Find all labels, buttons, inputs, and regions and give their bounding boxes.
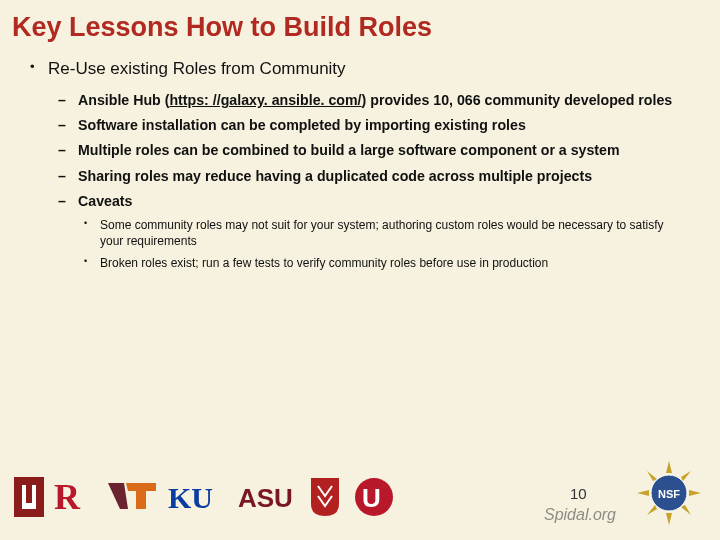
svg-text:ASU: ASU: [238, 483, 293, 513]
svg-text:U: U: [362, 483, 381, 513]
brand-label: Spidal.org: [544, 504, 616, 526]
bullet-l2-sharing: Sharing roles may reduce having a duplic…: [58, 167, 702, 186]
nsf-logo: NSF: [636, 460, 702, 530]
bullet-l3-not-suit: Some community roles may not suit for yo…: [84, 217, 674, 249]
svg-marker-12: [681, 471, 691, 481]
svg-marker-14: [647, 471, 657, 481]
text-pre: Ansible Hub (: [78, 92, 169, 108]
svg-marker-11: [689, 490, 701, 496]
rutgers-logo: R: [54, 475, 96, 519]
bullet-l2-combine-roles: Multiple roles can be combined to build …: [58, 141, 702, 160]
page-meta: 10 Spidal.org: [544, 483, 616, 526]
level3-list: Some community roles may not suit for yo…: [84, 217, 702, 272]
level2-list: Ansible Hub (https: //galaxy. ansible. c…: [58, 91, 702, 271]
text-post: ) provides 10, 066 community developed r…: [362, 92, 673, 108]
svg-text:NSF: NSF: [658, 488, 680, 500]
bullet-l2-software-install: Software installation can be completed b…: [58, 116, 702, 135]
stonybrook-logo: [308, 475, 342, 519]
iu-logo: [14, 475, 44, 519]
svg-marker-9: [666, 513, 672, 525]
page-number: 10: [570, 483, 616, 504]
ku-logo: KU: [168, 475, 228, 519]
svg-text:R: R: [54, 477, 81, 517]
svg-marker-10: [637, 490, 649, 496]
svg-rect-0: [14, 477, 44, 517]
galaxy-link[interactable]: https: //galaxy. ansible. com/: [169, 92, 361, 108]
svg-marker-13: [647, 505, 657, 515]
svg-text:KU: KU: [168, 481, 213, 514]
asu-logo: ASU: [238, 475, 298, 519]
svg-marker-15: [681, 505, 691, 515]
svg-marker-3: [126, 483, 156, 509]
svg-marker-2: [108, 483, 128, 509]
bullet-l2-ansible-hub: Ansible Hub (https: //galaxy. ansible. c…: [58, 91, 702, 110]
slide-title: Key Lessons How to Build Roles: [12, 12, 702, 43]
svg-marker-8: [666, 461, 672, 473]
utah-logo: U: [352, 475, 396, 519]
bullet-l3-broken: Broken roles exist; run a few tests to v…: [84, 255, 674, 271]
vt-logo: [106, 475, 158, 519]
bullet-l1: Re-Use existing Roles from Community: [30, 59, 702, 79]
bullet-l2-caveats: Caveats: [58, 192, 702, 211]
